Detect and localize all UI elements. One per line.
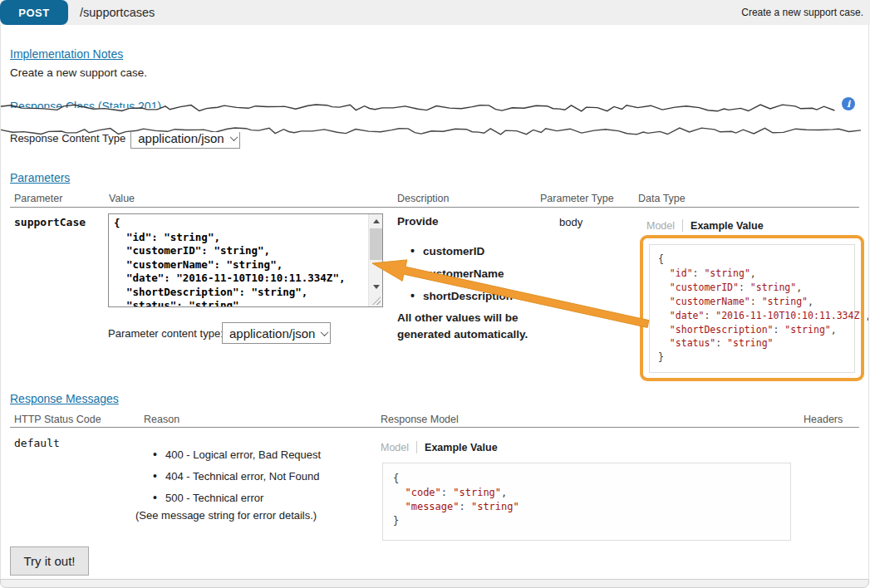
- info-icon-glyph: i: [847, 99, 850, 110]
- reason-list: 400 - Logical error, Bad Request 404 - T…: [151, 448, 321, 504]
- info-icon[interactable]: i: [842, 97, 855, 110]
- chevron-down-icon: [321, 328, 329, 336]
- resize-grip-icon[interactable]: [369, 293, 382, 306]
- scrollbar-thumb[interactable]: [370, 228, 382, 260]
- list-item: 500 - Technical error: [151, 492, 321, 504]
- implementation-notes-link[interactable]: Implementation Notes: [10, 47, 123, 61]
- operation-header: POST /supportcases Create a new support …: [0, 0, 870, 25]
- description-intro: Provide: [397, 215, 439, 228]
- tab-model[interactable]: Model: [381, 442, 409, 453]
- response-content-type-label: Response Content Type: [10, 132, 125, 145]
- response-status-code: default: [14, 437, 60, 449]
- operation-path[interactable]: /supportcases: [80, 0, 155, 25]
- scroll-down-icon: [373, 285, 380, 289]
- col-reason: Reason: [144, 414, 179, 425]
- parameter-content-type-value: application/json: [229, 326, 315, 341]
- implementation-notes-text: Create a new support case.: [10, 66, 147, 79]
- parameter-name: supportCase: [14, 216, 86, 228]
- try-it-out-button[interactable]: Try it out!: [10, 546, 89, 576]
- list-item: shortDescription: [409, 290, 513, 302]
- tab-example-value[interactable]: Example Value: [691, 220, 764, 232]
- list-item: customerID: [409, 245, 513, 257]
- responses-header-rule: [10, 427, 859, 428]
- supportcase-value-text: { "id": "string", "customerID": "string"…: [114, 217, 366, 306]
- data-type-tabs: ModelExample Value: [646, 218, 764, 233]
- tab-divider: [682, 219, 683, 232]
- response-model-example-box: { "code": "string", "message": "string" …: [382, 463, 791, 541]
- response-class-link[interactable]: Response Class (Status 201): [10, 100, 161, 108]
- tab-model[interactable]: Model: [646, 220, 675, 232]
- http-method-badge[interactable]: POST: [0, 0, 68, 25]
- tab-example-value[interactable]: Example Value: [425, 442, 498, 453]
- list-item: 400 - Logical error, Bad Request: [151, 448, 321, 461]
- response-content-type-select[interactable]: application/json: [130, 132, 240, 149]
- scroll-up-button[interactable]: [369, 214, 383, 228]
- torn-response-class-fragment: Response Class (Status 201): [10, 99, 276, 108]
- col-response-model: Response Model: [381, 414, 459, 425]
- list-item: customerName: [409, 267, 513, 280]
- list-item: 404 - Technical error, Not Found: [151, 470, 321, 483]
- col-value: Value: [109, 193, 135, 204]
- parameters-section-link[interactable]: Parameters: [10, 171, 70, 184]
- col-http-status-code: HTTP Status Code: [14, 414, 101, 425]
- supportcase-value-textarea[interactable]: { "id": "string", "customerID": "string"…: [108, 213, 383, 307]
- col-description: Description: [397, 193, 450, 204]
- panel-footer-bar: [0, 579, 869, 588]
- response-model-tabs: ModelExample Value: [381, 439, 498, 454]
- data-type-example-box: { "id": "string", "customerID": "string"…: [649, 244, 855, 373]
- reason-note: (See message string for error details.): [135, 509, 317, 522]
- operation-summary: Create a new support case.: [741, 0, 863, 25]
- chevron-down-icon: [229, 133, 238, 141]
- col-data-type: Data Type: [638, 193, 686, 204]
- torn-response-content-type-fragment: Response Content Type application/json: [10, 132, 367, 158]
- tab-divider: [416, 441, 417, 453]
- col-parameter: Parameter: [14, 193, 62, 204]
- response-content-type-value: application/json: [138, 132, 224, 145]
- parameter-content-type-select[interactable]: application/json: [222, 322, 331, 344]
- panel-left-edge: [0, 25, 1, 581]
- operation-panel: POST /supportcases Create a new support …: [0, 0, 870, 588]
- scroll-up-icon: [373, 219, 380, 223]
- parameter-type-value: body: [559, 216, 582, 228]
- description-items: customerID customerName shortDescription: [409, 245, 513, 302]
- data-type-example-json: { "id": "string", "customerID": "string"…: [658, 252, 846, 365]
- panel-right-edge: [868, 25, 869, 581]
- col-headers: Headers: [804, 414, 843, 425]
- scroll-down-button[interactable]: [369, 280, 383, 293]
- description-note: All other values will be generated autom…: [397, 310, 537, 343]
- response-model-example-json: { "code": "string", "message": "string" …: [393, 472, 780, 528]
- response-messages-link[interactable]: Response Messages: [10, 392, 119, 405]
- parameters-header-rule: [10, 207, 859, 208]
- col-parameter-type: Parameter Type: [540, 193, 614, 204]
- parameter-content-type-label: Parameter content type:: [108, 327, 224, 340]
